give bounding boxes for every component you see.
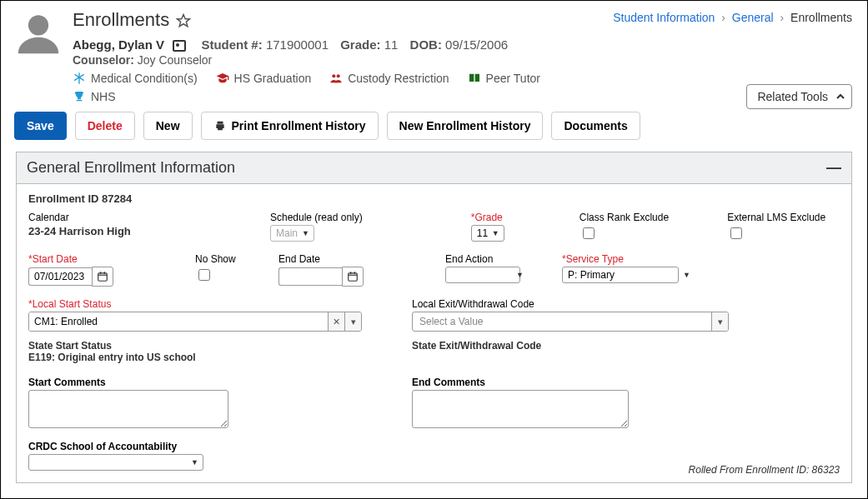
flag-hs-grad-label: HS Graduation	[234, 72, 312, 85]
book-icon	[468, 72, 481, 85]
print-history-label: Print Enrollment History	[232, 119, 366, 132]
calendar-icon[interactable]	[342, 267, 364, 287]
people-icon	[329, 72, 343, 85]
trophy-icon	[73, 90, 86, 103]
local-start-combo[interactable]: ✕ ▾	[28, 312, 362, 332]
delete-button[interactable]: Delete	[75, 112, 135, 140]
chevron-right-icon: ›	[780, 11, 785, 24]
local-start-input[interactable]	[29, 312, 328, 331]
chevron-right-icon: ›	[721, 11, 725, 24]
related-tools-button[interactable]: Related Tools	[746, 84, 852, 109]
student-grade-label: Grade:	[340, 37, 380, 52]
start-comments-textarea[interactable]	[28, 390, 228, 428]
flag-custody-label: Custody Restriction	[348, 72, 449, 85]
clear-icon[interactable]: ✕	[328, 312, 344, 331]
avatar-icon	[14, 9, 63, 57]
page-title: Enrollments	[73, 9, 169, 31]
start-date-input[interactable]	[28, 267, 92, 286]
local-exit-label: Local Exit/Withdrawal Code	[412, 298, 729, 310]
asterisk-icon	[73, 72, 86, 85]
schedule-label: Schedule (read only)	[270, 212, 363, 223]
svg-point-2	[333, 74, 336, 77]
local-start-label: Local Start Status	[28, 298, 362, 310]
end-date-label: End Date	[278, 253, 395, 265]
start-date-label: Start Date	[28, 253, 162, 265]
flag-custody[interactable]: Custody Restriction	[329, 72, 449, 85]
schedule-select: Main	[270, 225, 314, 242]
flag-nhs-label: NHS	[91, 90, 116, 103]
svg-rect-8	[350, 272, 351, 274]
local-exit-combo[interactable]: Select a Value ▾	[412, 312, 729, 332]
svg-rect-7	[349, 273, 358, 281]
end-action-select[interactable]	[445, 267, 520, 283]
student-number: 171900001	[266, 37, 329, 52]
calendar-icon[interactable]	[92, 267, 113, 287]
printer-icon	[213, 120, 227, 132]
documents-button[interactable]: Documents	[551, 112, 640, 140]
action-bar: Save Delete New Print Enrollment History…	[1, 103, 867, 148]
student-grade: 11	[384, 37, 399, 52]
flag-peer-tutor-label: Peer Tutor	[486, 72, 540, 85]
svg-rect-5	[100, 272, 101, 274]
end-action-label: End Action	[445, 253, 529, 265]
chevron-up-icon	[836, 92, 845, 101]
student-name: Abegg, Dylan V	[73, 37, 164, 52]
end-date-input[interactable]	[278, 267, 342, 286]
new-button[interactable]: New	[143, 112, 193, 140]
student-dob: 09/15/2006	[445, 37, 508, 52]
counselor-label: Counselor:	[73, 53, 134, 67]
panel-title: General Enrollment Information	[27, 159, 235, 177]
collapse-icon[interactable]: —	[826, 159, 841, 177]
svg-rect-9	[354, 272, 355, 274]
flag-medical-label: Medical Condition(s)	[91, 72, 198, 85]
svg-rect-6	[104, 272, 105, 274]
no-show-label: No Show	[195, 253, 245, 265]
state-start-value: E119: Original entry into US school	[28, 352, 196, 363]
crdc-select[interactable]	[28, 454, 203, 471]
breadcrumb-student-info[interactable]: Student Information	[613, 11, 715, 24]
class-rank-label: Class Rank Exclude	[580, 212, 669, 223]
related-tools-label: Related Tools	[757, 90, 828, 103]
crdc-label: CRDC School of Accountability	[28, 441, 840, 452]
flag-medical[interactable]: Medical Condition(s)	[73, 72, 198, 85]
id-card-icon[interactable]	[173, 40, 186, 52]
breadcrumb: Student Information › General › Enrollme…	[613, 11, 852, 24]
no-show-checkbox[interactable]	[198, 269, 210, 281]
graduation-icon	[216, 72, 229, 85]
start-comments-label: Start Comments	[28, 377, 228, 388]
local-exit-placeholder: Select a Value	[413, 312, 711, 331]
service-type-label: Service Type	[562, 253, 695, 265]
end-comments-textarea[interactable]	[412, 390, 629, 428]
lms-exclude-checkbox[interactable]	[730, 227, 742, 239]
service-type-select[interactable]: P: Primary	[562, 267, 679, 283]
state-start-label: State Start Status	[28, 340, 112, 352]
class-rank-checkbox[interactable]	[583, 227, 595, 239]
breadcrumb-general[interactable]: General	[732, 11, 774, 24]
svg-point-3	[337, 74, 340, 77]
calendar-value: 23-24 Harrison High	[28, 225, 237, 237]
counselor-name: Joy Counselor	[138, 53, 213, 67]
end-comments-label: End Comments	[412, 377, 629, 388]
student-number-label: Student #:	[201, 37, 262, 52]
save-button[interactable]: Save	[14, 112, 67, 140]
chevron-down-icon[interactable]: ▾	[711, 312, 728, 331]
general-enrollment-panel: General Enrollment Information — Enrollm…	[16, 152, 852, 483]
rolled-from-text: Rolled From Enrollment ID: 86323	[689, 464, 840, 476]
star-icon[interactable]	[176, 13, 191, 28]
chevron-down-icon[interactable]: ▾	[344, 312, 361, 331]
svg-marker-1	[178, 15, 190, 27]
enrollment-id: Enrollment ID 87284	[28, 192, 840, 205]
flag-hs-grad[interactable]: HS Graduation	[216, 72, 312, 85]
grade-select[interactable]: 11	[471, 225, 504, 242]
state-exit-label: State Exit/Withdrawal Code	[412, 340, 541, 352]
student-dob-label: DOB:	[410, 37, 442, 52]
svg-rect-4	[98, 273, 108, 281]
breadcrumb-current: Enrollments	[790, 11, 852, 24]
calendar-label: Calendar	[28, 212, 237, 223]
lms-exclude-label: External LMS Exclude	[727, 212, 825, 223]
new-history-button[interactable]: New Enrollment History	[387, 112, 544, 140]
flag-peer-tutor[interactable]: Peer Tutor	[468, 72, 540, 85]
svg-point-0	[28, 15, 48, 35]
flag-nhs[interactable]: NHS	[73, 90, 116, 103]
print-history-button[interactable]: Print Enrollment History	[201, 112, 379, 140]
